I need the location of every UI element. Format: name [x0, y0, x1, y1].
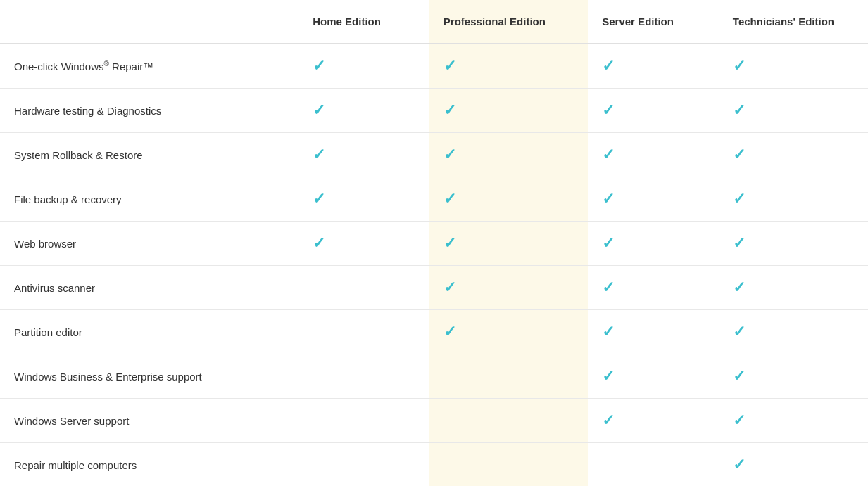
check-icon: ✓	[733, 411, 746, 430]
professional-cell	[429, 399, 588, 443]
table-row: Windows Server support✓✓	[0, 399, 868, 443]
check-icon: ✓	[602, 101, 615, 120]
feature-name: Windows Server support	[14, 415, 129, 427]
home-cell	[298, 354, 429, 399]
check-icon: ✓	[313, 101, 325, 120]
home-cell	[298, 310, 429, 354]
table-row: One-click Windows® Repair™✓✓✓✓	[0, 44, 868, 89]
check-icon: ✓	[733, 234, 746, 252]
feature-cell: Windows Server support	[0, 399, 298, 443]
server-cell: ✓	[588, 222, 719, 266]
table-row: Partition editor✓✓✓	[0, 310, 868, 354]
check-icon: ✓	[733, 101, 746, 120]
feature-cell: One-click Windows® Repair™	[0, 44, 298, 89]
feature-cell: Hardware testing & Diagnostics	[0, 89, 298, 133]
check-icon: ✓	[602, 190, 615, 208]
server-cell: ✓	[588, 310, 719, 354]
check-icon: ✓	[602, 234, 615, 252]
home-cell	[298, 266, 429, 310]
professional-cell: ✓	[429, 44, 588, 89]
feature-name: Partition editor	[14, 326, 82, 338]
technicians-cell: ✓	[719, 177, 868, 222]
check-icon: ✓	[733, 279, 746, 297]
server-cell	[588, 443, 719, 487]
check-icon: ✓	[602, 57, 615, 75]
technicians-cell: ✓	[719, 399, 868, 443]
header-technicians: Technicians' Edition	[719, 0, 868, 44]
check-icon: ✓	[733, 190, 746, 208]
check-icon: ✓	[313, 57, 325, 75]
feature-name: Antivirus scanner	[14, 282, 95, 294]
feature-name: Repair multiple computers	[14, 459, 137, 471]
check-icon: ✓	[602, 323, 615, 341]
feature-name: File backup & recovery	[14, 193, 122, 205]
check-icon: ✓	[444, 323, 456, 341]
technicians-cell: ✓	[719, 222, 868, 266]
check-icon: ✓	[444, 190, 456, 208]
check-icon: ✓	[733, 57, 746, 75]
server-cell: ✓	[588, 133, 719, 177]
header-professional: Professional Edition	[429, 0, 588, 44]
technicians-cell: ✓	[719, 133, 868, 177]
server-cell: ✓	[588, 266, 719, 310]
header-server: Server Edition	[588, 0, 719, 44]
professional-cell	[429, 443, 588, 487]
feature-cell: Windows Business & Enterprise support	[0, 354, 298, 399]
home-cell: ✓	[298, 89, 429, 133]
feature-name: System Rollback & Restore	[14, 149, 143, 161]
check-icon: ✓	[313, 234, 325, 252]
check-icon: ✓	[602, 279, 615, 297]
table-row: Hardware testing & Diagnostics✓✓✓✓	[0, 89, 868, 133]
check-icon: ✓	[602, 146, 615, 164]
table-row: Antivirus scanner✓✓✓	[0, 266, 868, 310]
professional-cell: ✓	[429, 133, 588, 177]
technicians-cell: ✓	[719, 89, 868, 133]
check-icon: ✓	[602, 411, 615, 430]
professional-cell: ✓	[429, 310, 588, 354]
check-icon: ✓	[733, 323, 746, 341]
check-icon: ✓	[444, 101, 456, 120]
home-cell: ✓	[298, 44, 429, 89]
feature-name: Windows Business & Enterprise support	[14, 371, 202, 383]
professional-cell: ✓	[429, 89, 588, 133]
home-cell: ✓	[298, 133, 429, 177]
check-icon: ✓	[444, 57, 456, 75]
header-home: Home Edition	[298, 0, 429, 44]
check-icon: ✓	[313, 190, 325, 208]
server-cell: ✓	[588, 44, 719, 89]
check-icon: ✓	[733, 456, 746, 474]
feature-name: One-click Windows® Repair™	[14, 60, 153, 72]
feature-cell: Repair multiple computers	[0, 443, 298, 487]
feature-cell: Partition editor	[0, 310, 298, 354]
feature-name: Web browser	[14, 238, 76, 250]
technicians-cell: ✓	[719, 443, 868, 487]
comparison-table: Home Edition Professional Edition Server…	[0, 0, 868, 486]
table-row: System Rollback & Restore✓✓✓✓	[0, 133, 868, 177]
home-cell	[298, 399, 429, 443]
feature-cell: File backup & recovery	[0, 177, 298, 222]
check-icon: ✓	[733, 146, 746, 164]
home-cell	[298, 443, 429, 487]
technicians-cell: ✓	[719, 310, 868, 354]
feature-cell: System Rollback & Restore	[0, 133, 298, 177]
check-icon: ✓	[444, 234, 456, 252]
check-icon: ✓	[733, 367, 746, 385]
home-cell: ✓	[298, 177, 429, 222]
table-row: Windows Business & Enterprise support✓✓	[0, 354, 868, 399]
table-row: Web browser✓✓✓✓	[0, 222, 868, 266]
check-icon: ✓	[602, 367, 615, 385]
feature-cell: Web browser	[0, 222, 298, 266]
check-icon: ✓	[444, 279, 456, 297]
professional-cell	[429, 354, 588, 399]
technicians-cell: ✓	[719, 44, 868, 89]
server-cell: ✓	[588, 399, 719, 443]
home-cell: ✓	[298, 222, 429, 266]
check-icon: ✓	[313, 146, 325, 164]
professional-cell: ✓	[429, 222, 588, 266]
server-cell: ✓	[588, 177, 719, 222]
header-feature	[0, 0, 298, 44]
check-icon: ✓	[444, 146, 456, 164]
feature-cell: Antivirus scanner	[0, 266, 298, 310]
technicians-cell: ✓	[719, 266, 868, 310]
table-row: Repair multiple computers✓	[0, 443, 868, 487]
